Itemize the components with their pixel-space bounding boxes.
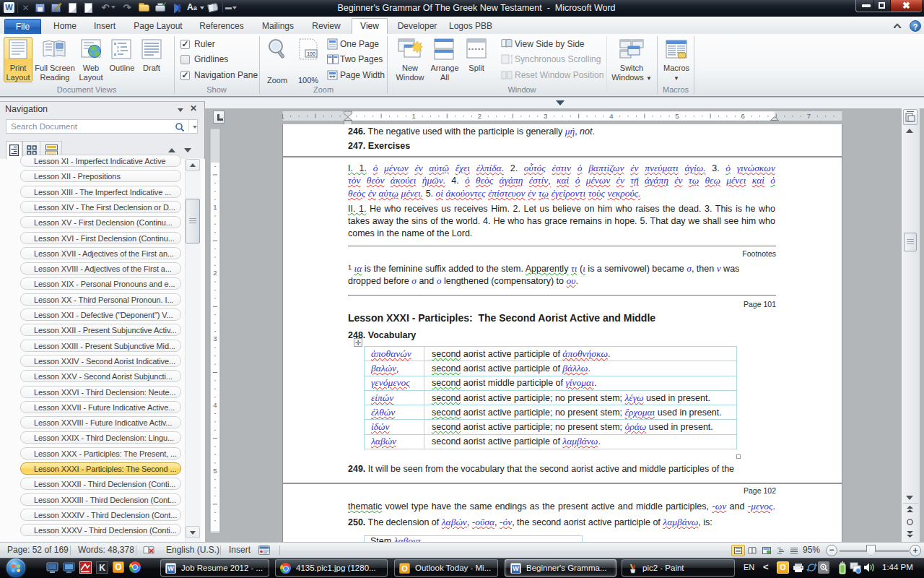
svg-text:7: 7 (807, 112, 811, 120)
svg-text:2: 2 (478, 112, 481, 120)
svg-text:1: 1 (213, 203, 217, 211)
svg-text:1: 1 (282, 112, 284, 120)
svg-text:4: 4 (213, 401, 217, 409)
svg-text:5: 5 (675, 112, 679, 120)
svg-text:K: K (99, 563, 105, 573)
svg-text:2: 2 (213, 269, 217, 277)
svg-text:6: 6 (741, 112, 745, 120)
svg-text:3: 3 (213, 335, 217, 342)
svg-text:1: 1 (412, 112, 416, 120)
svg-text:5: 5 (213, 467, 217, 475)
svg-text:100: 100 (307, 51, 315, 56)
svg-text:4: 4 (609, 112, 613, 120)
svg-text:3: 3 (544, 112, 547, 120)
